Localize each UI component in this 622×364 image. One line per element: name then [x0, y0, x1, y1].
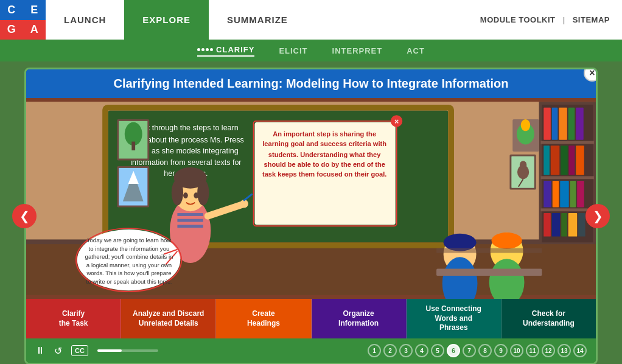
next-arrow[interactable]: ❯: [585, 204, 610, 228]
speech-bubble-text: Today we are going to learn how to integ…: [81, 234, 178, 289]
step-clarify-task[interactable]: Clarifythe Task: [26, 299, 121, 338]
nav-right: MODULE TOOLKIT | SITEMAP: [480, 15, 622, 24]
nav-launch[interactable]: LAUNCH: [46, 0, 124, 40]
svg-rect-75: [436, 269, 542, 276]
logo-a: A: [23, 20, 46, 40]
content-title: Clarifying Intended Learning: Modeling H…: [38, 77, 584, 91]
scene-area: Click through the steps to learn more ab…: [26, 98, 596, 299]
svg-rect-12: [543, 108, 551, 140]
page-dot-2[interactable]: 2: [383, 344, 397, 357]
svg-rect-42: [578, 213, 585, 237]
svg-rect-54: [177, 225, 203, 228]
content-panel: × Clarifying Intended Learning: Modeling…: [24, 68, 598, 364]
svg-rect-26: [540, 176, 594, 179]
svg-rect-46: [131, 142, 135, 150]
cc-button[interactable]: CC: [71, 345, 88, 356]
page-dot-6[interactable]: 6: [447, 344, 460, 357]
svg-rect-22: [551, 145, 559, 175]
module-toolkit-link[interactable]: MODULE TOOLKIT: [480, 15, 556, 24]
svg-text:×: ×: [394, 117, 399, 126]
svg-point-57: [172, 180, 183, 205]
page-dot-12[interactable]: 12: [542, 344, 555, 357]
title-bar: Clarifying Intended Learning: Modeling H…: [26, 69, 596, 98]
top-navigation: C E G A LAUNCH EXPLORE SUMMARIZE MODULE …: [0, 0, 622, 40]
clarify-dots-icon: [197, 48, 213, 51]
page-dot-1[interactable]: 1: [368, 344, 381, 357]
logo-c: C: [0, 0, 23, 20]
page-dot-13[interactable]: 13: [557, 344, 571, 357]
step-organize-info[interactable]: OrganizeInformation: [312, 299, 407, 338]
subnav-clarify[interactable]: CLARIFY: [197, 45, 254, 57]
step-create-headings[interactable]: CreateHeadings: [216, 299, 311, 338]
svg-rect-39: [552, 213, 560, 237]
svg-rect-23: [561, 145, 568, 175]
svg-point-60: [194, 192, 198, 198]
svg-rect-41: [568, 213, 577, 237]
svg-rect-32: [543, 181, 551, 207]
main-nav: LAUNCH EXPLORE SUMMARIZE: [46, 0, 480, 40]
nav-divider: |: [563, 15, 565, 24]
page-dot-14[interactable]: 14: [573, 344, 587, 357]
page-dot-10[interactable]: 10: [510, 344, 523, 357]
page-dot-11[interactable]: 11: [526, 344, 539, 357]
svg-rect-13: [552, 108, 558, 140]
subnav-act[interactable]: ACT: [407, 46, 425, 55]
svg-rect-53: [177, 219, 203, 222]
sub-navigation: CLARIFY ELICIT INTERPRET ACT: [0, 40, 622, 61]
step-check-understanding[interactable]: Check forUnderstanding: [501, 299, 596, 338]
content-wrapper: ❮ × Clarifying Intended Learning: Modeli…: [24, 68, 598, 364]
page-dot-7[interactable]: 7: [463, 344, 476, 357]
svg-rect-33: [553, 181, 559, 207]
svg-rect-40: [561, 213, 567, 237]
svg-rect-34: [560, 181, 568, 207]
nav-summarize[interactable]: SUMMARIZE: [209, 0, 306, 40]
refresh-button[interactable]: ↺: [54, 345, 62, 357]
step-connecting-words[interactable]: Use ConnectingWords andPhrases: [407, 299, 501, 338]
page-dot-5[interactable]: 5: [431, 344, 444, 357]
svg-rect-25: [576, 145, 584, 175]
svg-point-30: [520, 161, 527, 169]
svg-rect-36: [577, 181, 584, 207]
nav-explore[interactable]: EXPLORE: [124, 0, 209, 40]
step-analyze-discard[interactable]: Analyze and DiscardUnrelated Details: [121, 299, 216, 338]
main-container: ❮ × Clarifying Intended Learning: Modeli…: [0, 61, 622, 364]
svg-rect-21: [543, 145, 550, 175]
svg-point-20: [521, 119, 530, 131]
page-dot-9[interactable]: 9: [494, 344, 508, 357]
info-box-text: An important step is sharing the learnin…: [258, 127, 391, 183]
svg-rect-15: [568, 108, 575, 140]
subnav-elicit[interactable]: ELICIT: [279, 46, 307, 55]
svg-rect-14: [559, 108, 567, 140]
subnav-interpret[interactable]: INTERPRET: [332, 46, 383, 55]
page-dot-4[interactable]: 4: [415, 344, 428, 357]
logo: C E G A: [0, 0, 46, 40]
svg-point-73: [492, 233, 522, 249]
logo-e: E: [23, 0, 46, 20]
pause-button[interactable]: ⏸: [35, 345, 45, 356]
page-dot-3[interactable]: 3: [399, 344, 413, 357]
svg-rect-17: [540, 141, 594, 144]
progress-bar[interactable]: [97, 349, 158, 352]
svg-rect-38: [543, 213, 551, 237]
prev-arrow[interactable]: ❮: [12, 204, 37, 228]
svg-point-58: [197, 180, 209, 205]
svg-rect-24: [569, 145, 575, 175]
sitemap-link[interactable]: SITEMAP: [573, 15, 610, 24]
svg-rect-52: [177, 213, 203, 216]
svg-rect-35: [570, 181, 576, 207]
scene-illustration: Click through the steps to learn more ab…: [26, 98, 596, 299]
svg-point-59: [183, 192, 188, 198]
progress-fill: [97, 349, 122, 352]
svg-rect-16: [576, 108, 584, 140]
bottom-controls: ⏸ ↺ CC 1234567891011121314: [26, 338, 596, 363]
step-buttons: Clarifythe Task Analyze and DiscardUnrel…: [26, 299, 596, 338]
page-dot-8[interactable]: 8: [478, 344, 492, 357]
logo-g: G: [0, 20, 23, 40]
svg-rect-76: [436, 248, 542, 253]
page-dots: 1234567891011121314: [368, 344, 587, 357]
